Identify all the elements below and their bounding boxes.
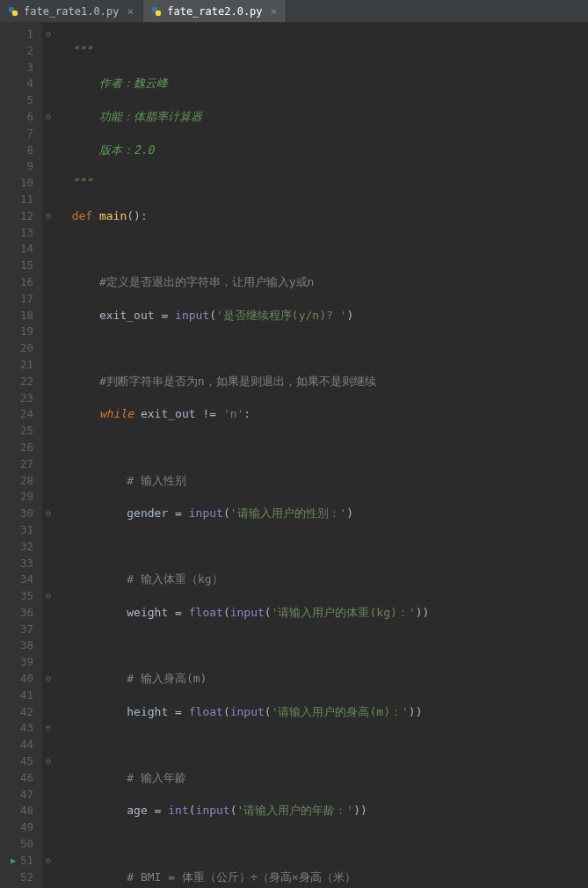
line-number: 2	[0, 43, 33, 60]
close-icon[interactable]: ×	[271, 4, 278, 18]
line-number: 48	[0, 803, 33, 819]
fold-toggle	[42, 654, 54, 671]
code-line: """	[58, 175, 588, 192]
fold-toggle	[42, 324, 54, 340]
fold-toggle[interactable]: ⊖	[42, 506, 54, 522]
fold-toggle	[42, 274, 54, 291]
line-number: 16	[0, 274, 33, 291]
line-number: 41	[0, 688, 33, 704]
line-number: 50	[0, 836, 33, 853]
line-number: 12	[0, 208, 33, 225]
line-number: 22	[0, 374, 33, 390]
line-number: 21	[0, 357, 33, 374]
line-number: 33	[0, 556, 33, 572]
fold-toggle	[42, 456, 54, 473]
line-number: 23	[0, 390, 33, 407]
fold-toggle	[42, 308, 54, 324]
line-number: 3	[0, 60, 33, 76]
fold-toggle	[42, 556, 54, 572]
fold-toggle	[42, 737, 54, 753]
line-number: 4	[0, 76, 33, 92]
fold-gutter: ⊖⊖⊖⊖⊖⊖⊖⊖⊖	[42, 23, 54, 888]
fold-toggle	[42, 688, 54, 704]
line-number: 26	[0, 440, 33, 456]
line-number: ▶51	[0, 853, 33, 870]
python-file-icon	[7, 5, 19, 18]
fold-toggle	[42, 787, 54, 804]
code-line: #定义是否退出的字符串，让用户输入y或n	[58, 274, 588, 291]
line-number: 13	[0, 225, 33, 242]
fold-toggle[interactable]: ⊖	[42, 208, 54, 225]
fold-toggle	[42, 225, 54, 242]
code-line: age = int(input('请输入用户的年龄：'))	[58, 803, 588, 819]
tab-label: fate_rate1.0.py	[24, 5, 119, 18]
line-number: 1	[0, 26, 33, 43]
code-line: gender = input('请输入用户的性别：')	[58, 506, 588, 522]
line-number: 30	[0, 506, 33, 522]
line-number: 42	[0, 704, 33, 721]
code-area[interactable]: """ 作者：魏云峰 功能：体脂率计算器 版本：2.0 """ def main…	[54, 23, 588, 888]
fold-toggle[interactable]: ⊖	[42, 753, 54, 770]
code-editor[interactable]: 1234567891011121314151617181920212223242…	[0, 23, 588, 888]
fold-toggle	[42, 539, 54, 556]
fold-toggle	[42, 522, 54, 539]
line-number: 37	[0, 622, 33, 638]
fold-toggle	[42, 770, 54, 787]
line-number: 10	[0, 175, 33, 192]
fold-toggle	[42, 836, 54, 853]
code-line: exit_out = input('是否继续程序(y/n)? ')	[58, 308, 588, 324]
line-number: 43	[0, 720, 33, 737]
line-number: 28	[0, 473, 33, 490]
close-icon[interactable]: ×	[127, 4, 134, 18]
line-number: 44	[0, 737, 33, 753]
code-line: 功能：体脂率计算器	[58, 109, 588, 126]
fold-toggle	[42, 473, 54, 490]
code-line: """	[58, 43, 588, 60]
tab-file-1[interactable]: fate_rate1.0.py ×	[0, 0, 143, 22]
code-line: 版本：2.0	[58, 142, 588, 159]
fold-toggle	[42, 489, 54, 506]
fold-toggle	[42, 374, 54, 390]
line-number: 25	[0, 423, 33, 440]
python-file-icon	[150, 5, 163, 18]
code-line	[58, 539, 588, 556]
fold-toggle	[42, 340, 54, 357]
line-number: 45	[0, 753, 33, 770]
code-line: # 输入年龄	[58, 770, 588, 787]
fold-toggle[interactable]: ⊖	[42, 671, 54, 688]
fold-toggle	[42, 605, 54, 622]
code-line	[58, 637, 588, 654]
fold-toggle[interactable]: ⊖	[42, 853, 54, 870]
fold-toggle[interactable]: ⊖	[42, 26, 54, 43]
line-number: 31	[0, 522, 33, 539]
line-number: 39	[0, 654, 33, 671]
fold-toggle	[42, 406, 54, 423]
code-line: height = float(input('请输入用户的身高(m)：'))	[58, 704, 588, 721]
fold-toggle	[42, 142, 54, 159]
tab-file-2[interactable]: fate_rate2.0.py ×	[143, 0, 287, 22]
fold-toggle[interactable]: ⊖	[42, 109, 54, 126]
fold-toggle	[42, 870, 54, 886]
fold-toggle[interactable]: ⊖	[42, 720, 54, 737]
fold-toggle	[42, 390, 54, 407]
code-line: # 输入体重（kg）	[58, 571, 588, 588]
fold-toggle[interactable]: ⊖	[42, 588, 54, 605]
fold-toggle	[42, 637, 54, 654]
code-line: # 输入身高(m)	[58, 671, 588, 688]
line-number: 38	[0, 637, 33, 654]
line-number: 18	[0, 308, 33, 324]
line-number: 5	[0, 92, 33, 109]
line-number: 20	[0, 340, 33, 357]
line-number-gutter: 1234567891011121314151617181920212223242…	[0, 23, 42, 888]
code-line	[58, 737, 588, 753]
code-line: 作者：魏云峰	[58, 76, 588, 92]
line-number: 46	[0, 770, 33, 787]
fold-toggle	[42, 291, 54, 308]
run-marker-icon[interactable]: ▶	[11, 853, 16, 870]
fold-toggle	[42, 357, 54, 374]
line-number: 52	[0, 870, 33, 886]
tab-label: fate_rate2.0.py	[167, 5, 262, 18]
line-number: 34	[0, 571, 33, 588]
fold-toggle	[42, 76, 54, 92]
svg-point-1	[12, 10, 18, 15]
